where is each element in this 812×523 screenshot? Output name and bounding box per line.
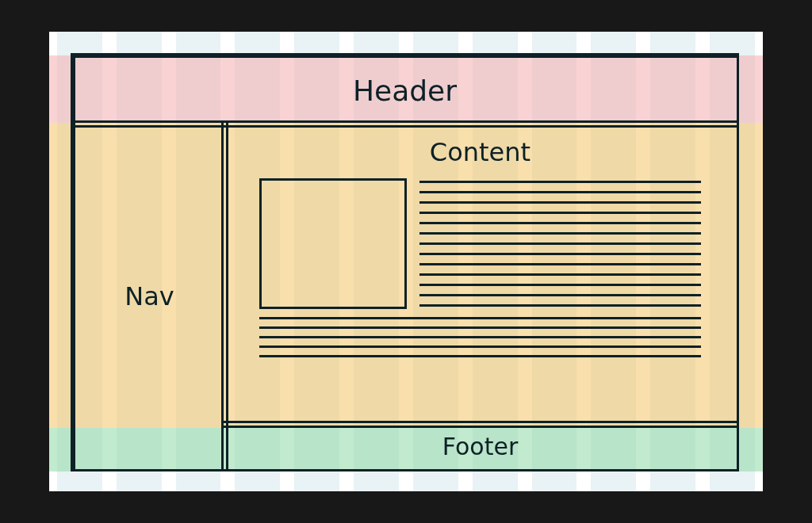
footer-region: Footer	[224, 423, 737, 469]
layout-diagram: Header Nav Content Footer	[49, 32, 763, 491]
footer-label: Footer	[442, 433, 518, 460]
content-label: Content	[430, 137, 530, 167]
text-lines-right	[419, 178, 700, 309]
text-lines-full	[259, 317, 700, 357]
layout-grid: Header Nav Content Footer	[73, 55, 739, 471]
image-placeholder	[259, 178, 407, 309]
nav-region: Nav	[73, 123, 226, 469]
content-illustration	[259, 178, 700, 357]
header-label: Header	[353, 74, 457, 107]
nav-label: Nav	[124, 281, 174, 311]
header-region: Header	[73, 55, 737, 125]
content-region: Content	[224, 123, 737, 426]
